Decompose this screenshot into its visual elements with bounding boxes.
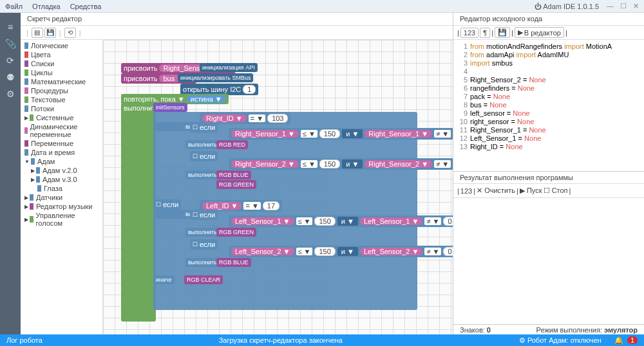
- num-icon[interactable]: 123: [460, 28, 478, 38]
- block-canvas[interactable]: присвоитьRight_Sensor_2 ▼= инициализация…: [103, 40, 453, 334]
- palette-item[interactable]: Логические: [21, 41, 102, 50]
- cond[interactable]: Right_Sensor_2 ▼≤ ▼150и ▼Right_Sensor_2 …: [229, 158, 453, 170]
- app-title: ⏻ Adam IDE 1.0.1.5: [535, 3, 599, 10]
- smbus-block[interactable]: инициализировать SMBus: [178, 73, 253, 82]
- menu-file[interactable]: Файл: [5, 3, 23, 10]
- scratch-editor-title: Скретч редактор: [21, 13, 453, 26]
- menu-icon[interactable]: ≡: [5, 22, 16, 31]
- exec-label: выполнить: [185, 228, 220, 237]
- exec-label: выполнить: [185, 140, 220, 149]
- run-button[interactable]: ▶ Пуск: [520, 187, 542, 195]
- maximize-icon[interactable]: ☐: [620, 2, 627, 10]
- rgb-green-block[interactable]: RGB GREEN: [216, 180, 256, 189]
- if-inner[interactable]: ☐ если: [190, 151, 218, 161]
- titlebar: Файл Отладка Средства ⏻ Adam IDE 1.0.1.5…: [0, 0, 644, 13]
- palette-item[interactable]: Переменные: [21, 139, 102, 148]
- cond[interactable]: Left_Sensor_1 ▼≤ ▼150и ▼Left_Sensor_1 ▼≠…: [229, 215, 453, 227]
- palette-item[interactable]: ▶Управление голосом: [21, 211, 102, 228]
- loop-body: выполнить: [121, 103, 156, 322]
- code-editor-title: Редактор исходного кода: [453, 13, 644, 26]
- menu-debug[interactable]: Отладка: [32, 3, 60, 10]
- stop-button[interactable]: ☐ Стоп: [544, 187, 568, 195]
- num-icon[interactable]: 123: [460, 187, 472, 195]
- statusbar: Лог робота Загрузка скретч-редактора зак…: [0, 334, 644, 346]
- scratch-toolbar: | ▤ 💾 | ⟲ |: [21, 26, 453, 40]
- code-statusbar: Знаков: 0 Режим выполнения: эмулятор: [453, 324, 644, 334]
- save-icon[interactable]: 💾: [44, 28, 56, 38]
- palette-item[interactable]: Глаза: [21, 184, 102, 193]
- code-icon[interactable]: ⟳: [5, 55, 16, 64]
- gear-icon[interactable]: ⚙: [5, 89, 16, 98]
- cond[interactable]: Right_Sensor_1 ▼≤ ▼150и ▼Right_Sensor_1 …: [229, 128, 453, 140]
- palette-item[interactable]: Дата и время: [21, 148, 102, 157]
- block-palette: ЛогическиеЦветаСпискиЦиклыМатематические…: [21, 40, 103, 334]
- rgb-green-block[interactable]: RGB GREEN: [216, 228, 256, 237]
- code-toolbar: |123 ¶| 💾| ▶ В редактор|: [453, 26, 644, 40]
- minimize-icon[interactable]: —: [607, 2, 614, 10]
- folder-icon[interactable]: ▤: [32, 28, 43, 38]
- palette-item[interactable]: Потоки: [21, 104, 102, 113]
- main-menu: Файл Отладка Средства: [5, 3, 109, 10]
- rgb-red-block[interactable]: RGB RED: [216, 140, 248, 149]
- code-view[interactable]: 1from motionAndRangefinders import Motio…: [453, 40, 644, 171]
- rgb-blue-block[interactable]: RGB BLUE: [216, 170, 251, 179]
- palette-item[interactable]: ▶Редактор музыки: [21, 202, 102, 211]
- close-icon[interactable]: ✕: [633, 2, 639, 10]
- result-output: [453, 198, 644, 324]
- exec-label: выполнить: [185, 258, 220, 267]
- if-inner[interactable]: ☐ если: [190, 210, 218, 220]
- palette-item[interactable]: Списки: [21, 59, 102, 68]
- bell-icon[interactable]: 🔔1: [614, 336, 638, 345]
- palette-item[interactable]: Циклы: [21, 68, 102, 77]
- menu-tools[interactable]: Средства: [70, 3, 102, 10]
- result-toolbar: |123| ✕ Очистить| ▶ Пуск ☐ Стоп|: [453, 184, 644, 198]
- rgb-clear-block[interactable]: RGB CLEAR: [184, 275, 223, 284]
- to-editor-button[interactable]: ▶ В редактор: [515, 27, 564, 38]
- palette-item[interactable]: Математические: [21, 77, 102, 86]
- palette-item[interactable]: Текстовые: [21, 95, 102, 104]
- palette-item[interactable]: ▼Адам: [21, 157, 102, 166]
- refresh-icon[interactable]: ⟲: [64, 28, 76, 38]
- save-icon[interactable]: 💾: [495, 27, 510, 38]
- users-icon[interactable]: ⚉: [5, 72, 16, 81]
- robot-status: ⚙ Робот Адам: отключен: [519, 336, 601, 345]
- palette-item[interactable]: Динамические переменные: [21, 122, 102, 139]
- result-title: Результат выполнения программы: [453, 171, 644, 184]
- else-label: иначе: [153, 275, 175, 284]
- rgb-blue-block[interactable]: RGB BLUE: [216, 258, 251, 267]
- palette-item[interactable]: Цвета: [21, 50, 102, 59]
- sidebar: ≡ 📎 ⟳ ⚉ ⚙: [0, 13, 21, 334]
- paragraph-icon[interactable]: ¶: [480, 28, 490, 38]
- palette-item[interactable]: ▶Адам v.3.0: [21, 175, 102, 184]
- cond[interactable]: Left_Sensor_2 ▼≤ ▼150и ▼Left_Sensor_2 ▼≠…: [229, 246, 453, 257]
- if-inner[interactable]: ☐ если: [190, 239, 218, 250]
- palette-item[interactable]: ▶Датчики: [21, 193, 102, 202]
- clear-button[interactable]: ✕ Очистить: [477, 187, 515, 195]
- initsensors-block[interactable]: initSensors: [153, 103, 187, 112]
- palette-item[interactable]: Процедуры: [21, 86, 102, 95]
- palette-item[interactable]: ▶Системные: [21, 113, 102, 122]
- if-inner[interactable]: ☐ если: [190, 122, 218, 132]
- api-init-block[interactable]: инициализация API: [200, 63, 258, 72]
- log-label[interactable]: Лог робота: [6, 336, 43, 344]
- exec-label: выполнить: [185, 170, 220, 179]
- status-message: Загрузка скретч-редактора закончена: [219, 336, 343, 344]
- palette-item[interactable]: ▶Адам v.2.0: [21, 166, 102, 175]
- attach-icon[interactable]: 📎: [5, 39, 16, 48]
- if-block[interactable]: ☐ если: [153, 199, 181, 210]
